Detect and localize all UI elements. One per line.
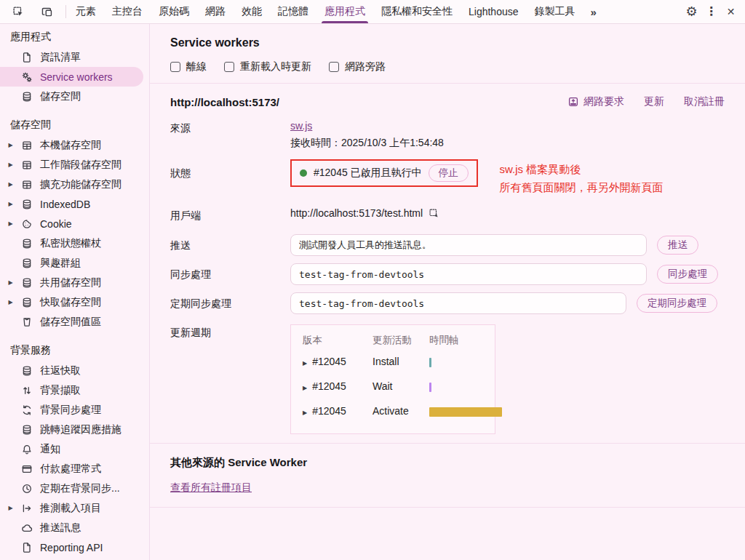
- clients-row: 用戶端 http://localhost:5173/test.html: [170, 207, 725, 223]
- sidebar-item-label: 背景同步處理: [40, 404, 101, 417]
- kebab-menu-icon[interactable]: ⋮: [701, 2, 721, 22]
- sync-button[interactable]: 同步處理: [657, 265, 718, 284]
- tab-network[interactable]: 網路: [197, 0, 234, 23]
- more-tabs-button[interactable]: »: [583, 0, 604, 23]
- checkbox-update-on-reload[interactable]: 重新載入時更新: [224, 60, 311, 73]
- unregister-button[interactable]: 取消註冊: [684, 95, 725, 108]
- table-icon: [21, 159, 33, 171]
- sidebar-item-interest-groups[interactable]: 興趣群組: [0, 253, 143, 273]
- tab-label: 效能: [242, 5, 262, 18]
- source-file-link[interactable]: sw.js: [290, 120, 312, 132]
- cycle-row-install: ▶#12045Install: [303, 349, 483, 374]
- cycle-activity: Install: [372, 356, 429, 367]
- sidebar-item-storage-buckets[interactable]: 儲存空間值區: [0, 312, 143, 332]
- tab-lighthouse[interactable]: Lighthouse: [461, 0, 527, 23]
- expand-triangle-icon[interactable]: ▶: [303, 385, 307, 391]
- push-button[interactable]: 推送: [657, 236, 698, 255]
- sidebar-item-payment-handler[interactable]: 付款處理常式: [0, 459, 143, 479]
- expand-triangle-icon[interactable]: ▶: [5, 505, 16, 511]
- expand-triangle-icon[interactable]: ▶: [5, 299, 16, 305]
- sidebar-item-notifications[interactable]: 通知: [0, 439, 143, 459]
- tab-console[interactable]: 主控台: [104, 0, 151, 23]
- see-all-registrations-link[interactable]: 查看所有註冊項目: [170, 481, 252, 495]
- sidebar-item-session-storage[interactable]: ▶工作階段儲存空間: [0, 155, 143, 175]
- tab-performance[interactable]: 效能: [234, 0, 270, 23]
- status-text: #12045 已啟用且執行中: [314, 167, 422, 180]
- close-icon[interactable]: ✕: [721, 2, 741, 22]
- sidebar-section-title: 背景服務: [0, 340, 149, 361]
- sidebar-item-speculative-loads[interactable]: ▶推測載入項目: [0, 498, 143, 518]
- sidebar-item-label: 擴充功能儲存空間: [40, 178, 121, 191]
- checkbox-bypass-for-network[interactable]: 網路旁路: [329, 60, 386, 73]
- timeline-bar: [429, 358, 431, 367]
- sidebar-item-label: 跳轉追蹤因應措施: [40, 423, 121, 436]
- sidebar-item-back-forward-cache[interactable]: 往返快取: [0, 361, 143, 380]
- push-message-input[interactable]: [290, 234, 647, 256]
- tab-label: Lighthouse: [469, 6, 519, 17]
- up-down-arrows-icon: [21, 385, 33, 396]
- periodic-sync-tag-input[interactable]: [290, 292, 626, 314]
- sidebar-item-local-storage[interactable]: ▶本機儲存空間: [0, 135, 143, 155]
- expand-triangle-icon[interactable]: ▶: [5, 201, 16, 207]
- expand-triangle-icon[interactable]: ▶: [303, 409, 307, 416]
- periodic-sync-label: 定期同步處理: [170, 292, 290, 311]
- tab-recorder[interactable]: 錄製工具: [527, 0, 583, 23]
- expand-triangle-icon[interactable]: ▶: [5, 161, 16, 168]
- update-button[interactable]: 更新: [644, 95, 664, 108]
- database-icon: [21, 91, 33, 103]
- tab-privacy-and-security[interactable]: 隱私權和安全性: [373, 0, 461, 23]
- checkbox-offline[interactable]: 離線: [170, 60, 207, 73]
- sidebar-item-bounce-tracking[interactable]: 跳轉追蹤因應措施: [0, 420, 143, 439]
- sidebar-item-extension-storage[interactable]: ▶擴充功能儲存空間: [0, 175, 143, 194]
- sidebar-item-label: 儲存空間: [40, 90, 81, 103]
- tab-application[interactable]: 應用程式: [316, 0, 373, 23]
- cycle-activity: Activate: [372, 405, 429, 417]
- periodic-sync-button[interactable]: 定期同步處理: [637, 294, 717, 313]
- sidebar-item-periodic-background-sync[interactable]: 定期在背景同步...: [0, 479, 143, 498]
- devtools-window: 元素主控台原始碼網路效能記憶體應用程式隱私權和安全性Lighthouse錄製工具…: [0, 0, 745, 560]
- sidebar-item-reporting-api[interactable]: Reporting API: [0, 537, 143, 557]
- inspect-element-icon[interactable]: [9, 2, 28, 22]
- sidebar-item-indexeddb[interactable]: ▶IndexedDB: [0, 194, 143, 214]
- focus-client-icon[interactable]: [429, 208, 439, 219]
- tab-memory[interactable]: 記憶體: [270, 0, 316, 23]
- cycle-col-header: 更新活動: [372, 334, 429, 347]
- speculative-loads-icon: [21, 503, 33, 514]
- red-annotation-text: sw.js 檔案異動後 所有舊頁面關閉，再另外開新頁面: [500, 160, 664, 196]
- tab-elements[interactable]: 元素: [68, 0, 104, 23]
- sync-tag-input[interactable]: [290, 263, 647, 285]
- tab-sources[interactable]: 原始碼: [151, 0, 197, 23]
- device-toolbar-icon[interactable]: [37, 2, 57, 22]
- checkbox-box[interactable]: [224, 62, 234, 72]
- timeline-bar: [429, 407, 502, 417]
- sidebar-item-label: 資訊清單: [40, 51, 81, 64]
- expand-triangle-icon[interactable]: ▶: [5, 142, 16, 148]
- expand-triangle-icon[interactable]: ▶: [303, 360, 307, 367]
- sidebar-item-storage[interactable]: 儲存空間: [0, 87, 143, 106]
- sidebar-item-shared-storage[interactable]: ▶共用儲存空間: [0, 273, 143, 292]
- sidebar-item-label: Service workers: [40, 71, 113, 83]
- bucket-icon: [21, 316, 33, 328]
- clock-icon: [21, 483, 33, 495]
- expand-triangle-icon[interactable]: ▶: [5, 181, 16, 188]
- expand-triangle-icon[interactable]: ▶: [5, 279, 16, 286]
- sidebar-item-background-sync[interactable]: 背景同步處理: [0, 400, 143, 420]
- settings-gear-icon[interactable]: ⚙: [682, 2, 701, 22]
- sidebar-item-private-state-tokens[interactable]: 私密狀態權杖: [0, 233, 143, 253]
- sidebar-item-service-workers[interactable]: Service workers: [0, 67, 143, 87]
- sync-label: 同步處理: [170, 263, 290, 281]
- sidebar-item-manifest[interactable]: 資訊清單: [0, 47, 143, 67]
- sidebar-item-push-messaging[interactable]: 推送訊息: [0, 518, 143, 537]
- sidebar-item-cache-storage[interactable]: ▶快取儲存空間: [0, 292, 143, 312]
- sidebar-item-cookies[interactable]: ▶Cookie: [0, 214, 143, 233]
- clients-label: 用戶端: [170, 207, 290, 223]
- sidebar-item-label: 共用儲存空間: [40, 276, 101, 289]
- checkbox-box[interactable]: [170, 62, 180, 72]
- stop-button[interactable]: 停止: [429, 164, 469, 182]
- network-requests-button[interactable]: 網路要求: [567, 95, 624, 108]
- sidebar-item-label: 付款處理常式: [40, 463, 101, 476]
- checkbox-box[interactable]: [329, 62, 339, 72]
- table-icon: [21, 140, 33, 151]
- sidebar-item-background-fetch[interactable]: 背景擷取: [0, 380, 143, 400]
- expand-triangle-icon[interactable]: ▶: [5, 220, 16, 227]
